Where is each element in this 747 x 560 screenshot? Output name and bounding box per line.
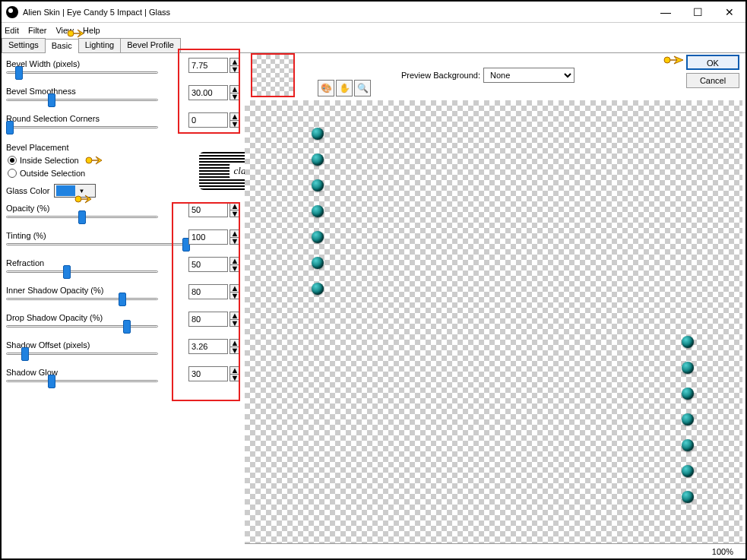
param-opacity: Opacity (%) ▲▼ [6, 204, 242, 226]
bevel-placement-label: Bevel Placement [6, 143, 242, 152]
tinting-input[interactable] [188, 229, 228, 245]
radio-icon [8, 156, 17, 165]
hand-tool[interactable]: ✋ [336, 80, 353, 96]
round-corners-slider[interactable] [6, 126, 158, 128]
preview-bead [682, 388, 694, 400]
param-refraction: Refraction ▲▼ [6, 258, 242, 281]
close-button[interactable]: ✕ [714, 2, 745, 22]
bevel-smooth-slider[interactable] [6, 99, 158, 101]
svg-point-1 [86, 157, 92, 163]
round-corners-spinner[interactable]: ▲▼ [229, 112, 240, 128]
shadow-offset-spinner[interactable]: ▲▼ [229, 339, 240, 354]
glass-color-label: Glass Color [6, 186, 49, 195]
preview-bead [682, 362, 694, 374]
preview-bead [312, 205, 324, 217]
app-icon [6, 6, 18, 18]
inner-shadow-input[interactable] [188, 284, 228, 299]
bevel-smooth-input[interactable] [188, 85, 228, 100]
preview-bead [312, 179, 324, 191]
preview-bead [312, 231, 324, 243]
bevel-width-spinner[interactable]: ▲▼ [229, 58, 240, 73]
param-tinting: Tinting (%) ▲▼ [6, 231, 242, 254]
bevel-width-slider[interactable] [6, 71, 158, 74]
maximize-button[interactable]: ☐ [682, 2, 714, 22]
main-preview[interactable] [245, 100, 742, 555]
color-picker-tool[interactable]: 🎨 [318, 80, 334, 96]
preview-bg-label: Preview Background: [401, 71, 480, 80]
drop-shadow-slider[interactable] [6, 325, 158, 327]
zoom-level: 100% [712, 547, 733, 556]
opacity-slider[interactable] [6, 216, 158, 218]
preview-bead [312, 257, 324, 269]
glass-color-button[interactable]: ▼ [54, 184, 96, 198]
tab-bevel-profile[interactable]: Bevel Profile [120, 38, 181, 52]
refraction-slider[interactable] [6, 271, 158, 273]
preview-bead [312, 128, 324, 140]
shadow-glow-slider[interactable] [6, 380, 158, 382]
shadow-glow-input[interactable] [188, 366, 228, 381]
refraction-input[interactable] [188, 257, 228, 272]
param-bevel-smooth: Bevel Smoothness ▲▼ [6, 87, 242, 109]
param-shadow-glow: Shadow Glow ▲▼ [6, 368, 242, 391]
chevron-down-icon: ▼ [78, 188, 84, 195]
tab-basic[interactable]: Basic [45, 39, 79, 53]
menu-help[interactable]: Help [83, 26, 100, 35]
tab-bar: Settings Basic Lighting Bevel Profile [2, 38, 745, 53]
param-shadow-offset: Shadow Offset (pixels) ▲▼ [6, 340, 242, 363]
drop-shadow-spinner[interactable]: ▲▼ [229, 312, 240, 327]
round-corners-input[interactable] [188, 112, 228, 128]
radio-icon [8, 169, 17, 178]
radio-inside-label: Inside Selection [20, 156, 79, 165]
glass-color-swatch [56, 185, 75, 196]
tab-settings[interactable]: Settings [2, 38, 46, 52]
bevel-smooth-spinner[interactable]: ▲▼ [229, 85, 240, 100]
opacity-input[interactable] [188, 202, 228, 217]
preview-bead [682, 465, 694, 477]
minimize-button[interactable]: — [650, 2, 682, 22]
preview-bead [682, 491, 694, 503]
opacity-spinner[interactable]: ▲▼ [229, 202, 240, 217]
statusbar: 100% [245, 543, 745, 558]
radio-outside-label: Outside Selection [20, 169, 85, 178]
tinting-slider[interactable] [6, 243, 187, 245]
param-drop-shadow: Drop Shadow Opacity (%) ▲▼ [6, 313, 242, 336]
hand-pointer-icon [85, 153, 106, 167]
shadow-offset-slider[interactable] [6, 353, 158, 355]
preview-bg-select[interactable]: None [483, 68, 574, 83]
inner-shadow-slider[interactable] [6, 298, 158, 300]
settings-panel: Bevel Width (pixels) ▲▼ Bevel Smoothness… [2, 53, 245, 558]
menu-edit[interactable]: Edit [5, 26, 19, 35]
refraction-spinner[interactable]: ▲▼ [229, 257, 240, 272]
preview-panel: OK Cancel 🎨 ✋ 🔍 Preview Background: None [245, 53, 745, 558]
titlebar: Alien Skin | Eye Candy 5 Impact | Glass … [2, 2, 745, 23]
bevel-width-input[interactable] [188, 58, 228, 73]
preview-bead [312, 283, 324, 295]
drop-shadow-input[interactable] [188, 312, 228, 327]
tinting-spinner[interactable]: ▲▼ [229, 229, 240, 245]
thumbnail-preview[interactable] [251, 53, 295, 97]
preview-bead [682, 336, 694, 348]
dialog-window: Alien Skin | Eye Candy 5 Impact | Glass … [0, 0, 747, 560]
shadow-glow-spinner[interactable]: ▲▼ [229, 366, 240, 381]
param-round-corners: Round Selection Corners ▲▼ [6, 114, 242, 137]
inner-shadow-spinner[interactable]: ▲▼ [229, 284, 240, 299]
preview-bead [312, 153, 324, 166]
tab-lighting[interactable]: Lighting [78, 38, 122, 52]
shadow-offset-input[interactable] [188, 339, 228, 354]
param-inner-shadow: Inner Shadow Opacity (%) ▲▼ [6, 286, 242, 308]
menu-filter[interactable]: Filter [28, 26, 46, 35]
window-title: Alien Skin | Eye Candy 5 Impact | Glass [23, 8, 650, 17]
preview-bead [682, 413, 694, 426]
param-bevel-width: Bevel Width (pixels) ▲▼ [6, 59, 242, 82]
zoom-tool[interactable]: 🔍 [354, 80, 371, 96]
menu-view[interactable]: View [55, 26, 74, 35]
preview-bead [682, 439, 694, 451]
menubar: Edit Filter View Help [2, 23, 745, 38]
